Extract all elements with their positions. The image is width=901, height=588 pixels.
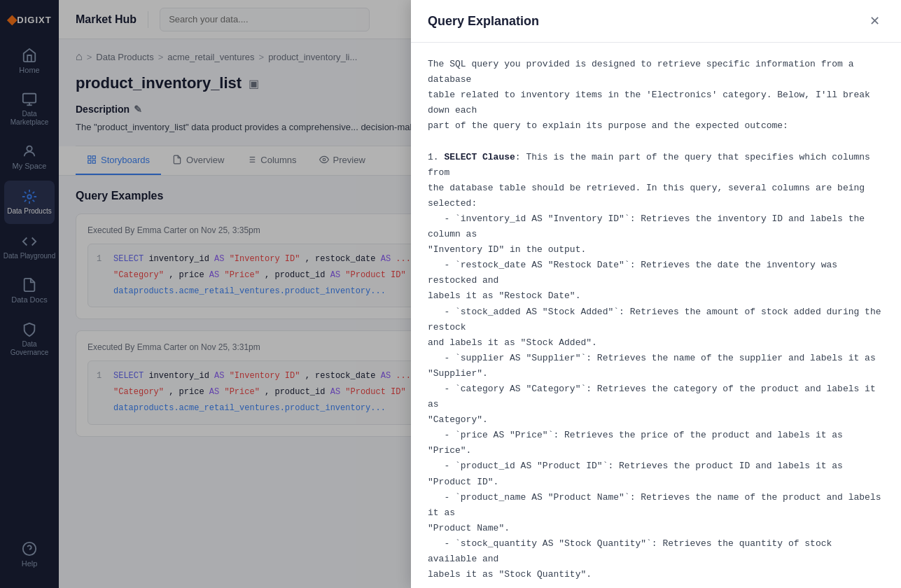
panel-title: Query Explanation: [428, 14, 539, 29]
panel-body: The SQL query you provided is designed t…: [411, 43, 901, 588]
explanation-text: The SQL query you provided is designed t…: [428, 57, 884, 588]
panel-close-button[interactable]: ✕: [865, 11, 884, 31]
panel-header: Query Explanation ✕: [411, 0, 901, 43]
query-explanation-panel: Query Explanation ✕ The SQL query you pr…: [411, 0, 901, 588]
